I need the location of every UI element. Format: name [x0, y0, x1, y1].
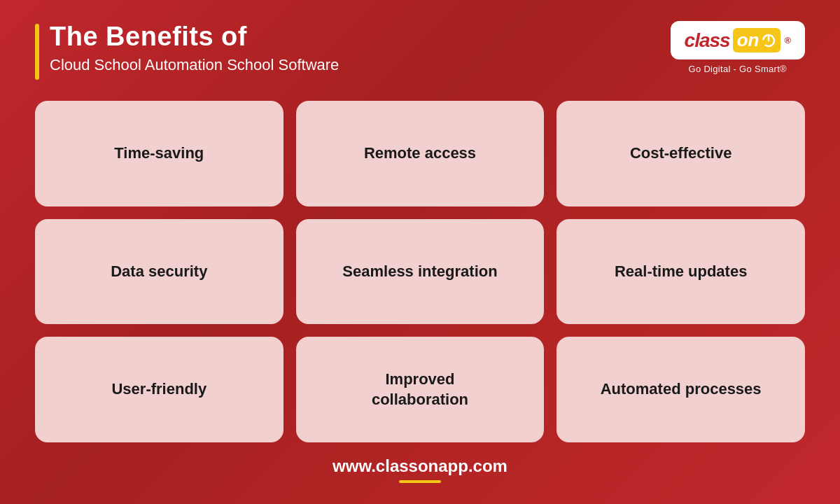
benefits-grid: Time-saving Remote access Cost-effective… — [35, 101, 805, 442]
benefit-label: Remote access — [364, 144, 476, 164]
logo-class-text: class — [685, 29, 730, 52]
benefit-card-improved-collaboration: Improved collaboration — [296, 337, 545, 442]
registered-mark: ® — [784, 35, 791, 46]
benefit-card-remote-access: Remote access — [296, 101, 545, 206]
benefit-card-data-security: Data security — [35, 219, 284, 325]
benefit-label: User-friendly — [111, 379, 206, 400]
header: The Benefits of Cloud School Automation … — [35, 21, 805, 80]
page-wrapper: The Benefits of Cloud School Automation … — [0, 0, 840, 504]
benefit-label: Time-saving — [114, 144, 204, 164]
logo-box: class on ® — [671, 21, 805, 59]
header-text: The Benefits of Cloud School Automation … — [50, 21, 339, 74]
benefit-label: Automated processes — [601, 379, 762, 400]
benefit-card-seamless-integration: Seamless integration — [296, 219, 545, 325]
logo-on-badge: on — [733, 28, 781, 52]
page-title-main: The Benefits of — [50, 21, 339, 53]
benefit-label: Real-time updates — [615, 262, 748, 282]
benefit-card-user-friendly: User-friendly — [35, 337, 284, 442]
benefit-label: Seamless integration — [342, 262, 497, 282]
benefit-label: Improved collaboration — [372, 370, 468, 410]
logo-tagline: Go Digital - Go Smart® — [689, 64, 787, 74]
benefit-card-cost-effective: Cost-effective — [556, 101, 805, 206]
power-icon — [761, 33, 776, 48]
footer: www.classonapp.com — [35, 456, 805, 490]
benefit-card-automated-processes: Automated processes — [556, 337, 805, 442]
logo-area: class on ® Go Digital - Go Smart® — [671, 21, 805, 74]
benefit-label: Cost-effective — [630, 144, 732, 164]
benefit-label: Data security — [111, 262, 207, 282]
footer-underline — [399, 480, 441, 483]
yellow-accent-bar — [35, 24, 39, 80]
logo-on-text: on — [737, 29, 760, 51]
footer-url: www.classonapp.com — [332, 456, 507, 476]
benefit-card-time-saving: Time-saving — [35, 101, 284, 206]
benefit-card-real-time-updates: Real-time updates — [556, 219, 805, 325]
header-left: The Benefits of Cloud School Automation … — [35, 21, 339, 80]
page-title-sub: Cloud School Automation School Software — [50, 56, 339, 74]
